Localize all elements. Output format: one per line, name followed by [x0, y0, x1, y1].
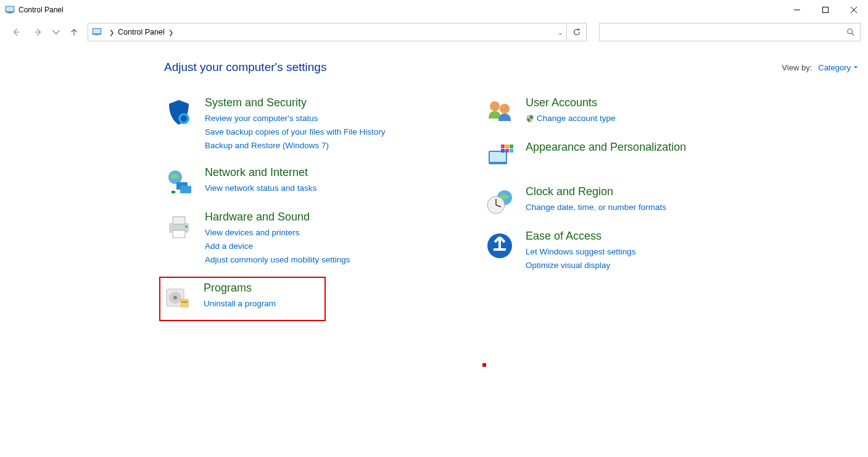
category-link[interactable]: Let Windows suggest settings — [526, 245, 636, 259]
category-link[interactable]: Uninstall a program — [204, 297, 276, 311]
up-button[interactable] — [65, 23, 83, 41]
category-link[interactable]: Optimize visual display — [526, 259, 636, 272]
category-link[interactable]: View devices and printers — [205, 226, 350, 240]
history-dropdown[interactable] — [52, 23, 60, 41]
appearance-icon[interactable] — [485, 142, 515, 172]
page-title: Adjust your computer's settings — [164, 61, 782, 74]
category-system-security: System and Security Review your computer… — [164, 96, 423, 153]
address-dropdown[interactable]: ⌄ — [558, 29, 563, 36]
svg-point-24 — [185, 225, 188, 228]
clock-globe-icon[interactable] — [485, 187, 515, 216]
svg-rect-28 — [180, 299, 189, 308]
svg-rect-22 — [173, 217, 185, 224]
svg-point-13 — [848, 29, 853, 34]
svg-rect-11 — [93, 29, 101, 33]
svg-rect-23 — [173, 230, 185, 238]
users-icon[interactable] — [485, 98, 515, 127]
highlighted-programs: Programs Uninstall a program — [159, 277, 326, 321]
programs-icon[interactable] — [163, 283, 192, 312]
ease-of-access-icon[interactable] — [485, 231, 515, 261]
svg-point-16 — [181, 115, 187, 122]
category-programs: Programs Uninstall a program — [163, 282, 322, 312]
breadcrumb-root[interactable]: Control Panel — [118, 28, 165, 36]
svg-rect-3 — [7, 13, 13, 14]
svg-rect-33 — [490, 152, 506, 162]
category-title[interactable]: System and Security — [205, 96, 386, 109]
control-panel-icon — [92, 27, 102, 37]
category-link[interactable]: View network status and tasks — [205, 182, 316, 195]
category-link[interactable]: Change account type — [537, 112, 616, 125]
close-button[interactable] — [840, 0, 868, 20]
category-link[interactable]: Add a device — [205, 240, 350, 253]
category-link[interactable]: Change date, time, or number formats — [526, 201, 666, 214]
category-title[interactable]: User Accounts — [526, 96, 616, 109]
svg-rect-19 — [180, 186, 191, 193]
category-link[interactable]: Adjust commonly used mobility settings — [205, 253, 350, 267]
printer-icon[interactable] — [164, 212, 194, 241]
annotation-dot — [482, 363, 486, 367]
category-title[interactable]: Appearance and Personalization — [526, 141, 686, 154]
svg-line-14 — [852, 33, 854, 36]
category-title[interactable]: Clock and Region — [526, 185, 666, 198]
svg-rect-20 — [172, 191, 175, 193]
left-column: System and Security Review your computer… — [164, 96, 423, 321]
viewby-label: View by: — [782, 63, 812, 72]
uac-shield-icon — [526, 114, 534, 123]
category-title[interactable]: Programs — [204, 282, 276, 295]
content-area: Adjust your computer's settings View by:… — [0, 44, 868, 321]
category-appearance-personalization: Appearance and Personalization — [485, 141, 744, 172]
svg-rect-1 — [6, 7, 14, 11]
navigation-bar: ❯ Control Panel ❯ ⌄ — [0, 20, 868, 44]
category-link[interactable]: Review your computer's status — [205, 112, 386, 125]
category-ease-of-access: Ease of Access Let Windows suggest setti… — [485, 230, 744, 272]
address-bar[interactable]: ❯ Control Panel ❯ ⌄ — [88, 23, 567, 41]
back-button[interactable] — [7, 23, 25, 41]
svg-rect-29 — [181, 301, 188, 303]
category-network-internet: Network and Internet View network status… — [164, 166, 423, 197]
category-link[interactable]: Backup and Restore (Windows 7) — [205, 139, 386, 153]
svg-rect-5 — [823, 7, 829, 13]
chevron-down-icon — [853, 65, 858, 70]
refresh-button[interactable] — [567, 23, 587, 41]
category-title[interactable]: Hardware and Sound — [205, 211, 350, 224]
category-link[interactable]: Save backup copies of your files with Fi… — [205, 125, 386, 139]
svg-rect-36 — [510, 145, 513, 148]
category-hardware-sound: Hardware and Sound View devices and prin… — [164, 211, 423, 267]
svg-rect-12 — [95, 35, 99, 35]
svg-rect-39 — [510, 149, 513, 153]
control-panel-icon — [5, 5, 15, 15]
svg-point-27 — [173, 296, 177, 300]
category-title[interactable]: Ease of Access — [526, 230, 636, 243]
globe-network-icon[interactable] — [164, 167, 194, 197]
svg-rect-37 — [501, 149, 505, 153]
viewby-value: Category — [818, 63, 851, 72]
search-box[interactable] — [599, 23, 861, 41]
category-clock-region: Clock and Region Change date, time, or n… — [485, 185, 744, 216]
svg-rect-38 — [505, 149, 509, 153]
svg-rect-2 — [8, 12, 12, 13]
svg-point-31 — [500, 104, 510, 114]
category-user-accounts: User Accounts Change account type — [485, 96, 744, 127]
search-input[interactable] — [605, 28, 846, 36]
viewby-selector[interactable]: Category — [818, 63, 858, 72]
breadcrumb-separator[interactable]: ❯ — [109, 29, 114, 36]
svg-rect-34 — [501, 145, 505, 148]
breadcrumb-separator[interactable]: ❯ — [168, 29, 173, 36]
svg-point-30 — [490, 101, 500, 111]
minimize-button[interactable] — [783, 0, 811, 20]
svg-rect-35 — [505, 145, 509, 148]
title-bar: Control Panel — [0, 0, 868, 20]
shield-icon[interactable] — [164, 98, 194, 127]
maximize-button[interactable] — [811, 0, 840, 20]
category-title[interactable]: Network and Internet — [205, 166, 316, 179]
forward-button[interactable] — [30, 23, 47, 41]
window-title: Control Panel — [19, 6, 783, 14]
right-column: User Accounts Change account type — [485, 96, 744, 321]
search-icon — [846, 28, 855, 36]
